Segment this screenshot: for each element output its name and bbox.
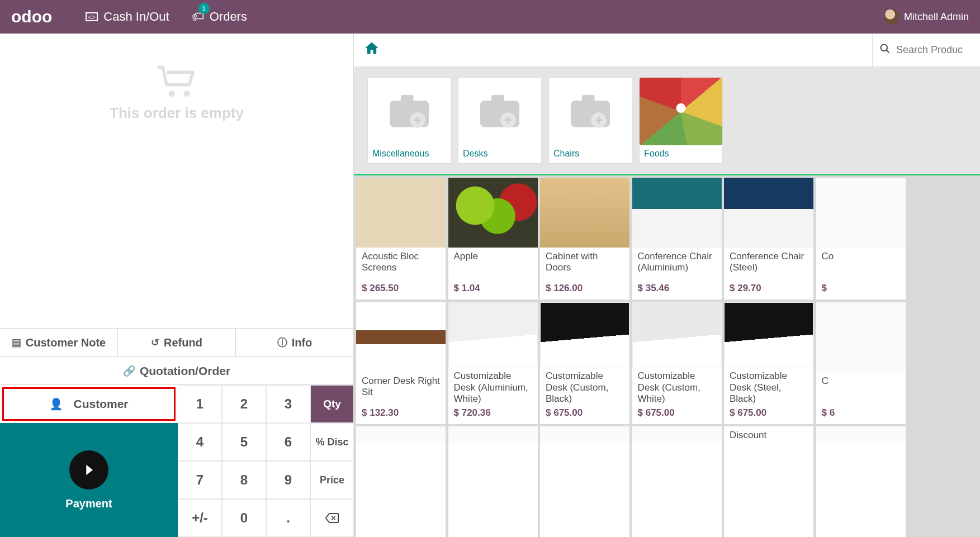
user-menu[interactable]: Mitchell Admin [884, 9, 969, 25]
product-price: $ 720.36 [448, 405, 538, 424]
numpad-6[interactable]: 6 [266, 423, 310, 461]
quotation-button[interactable]: 🔗 Quotation/Order [0, 357, 353, 385]
product-card[interactable]: C$ 6 [816, 302, 906, 424]
product-card[interactable]: Apple$ 1.04 [448, 178, 538, 300]
product-card[interactable]: Discount [724, 426, 813, 537]
refund-button[interactable]: ↺ Refund [118, 329, 236, 357]
info-label: Info [292, 336, 313, 349]
product-card[interactable]: Conference Chair (Aluminium)$ 35.46 [632, 178, 722, 300]
backspace-icon [325, 512, 339, 524]
category-label: Desks [458, 145, 541, 163]
cash-label: Cash In/Out [103, 9, 169, 24]
category-label: Miscellaneous [368, 145, 451, 163]
product-price: $ 265.50 [356, 281, 446, 300]
product-image [356, 302, 446, 372]
cash-icon [86, 12, 98, 21]
search-box[interactable] [872, 34, 970, 66]
product-name [540, 443, 629, 537]
product-card[interactable]: Co$ [816, 178, 906, 300]
svg-rect-10 [582, 95, 595, 102]
product-card[interactable]: Cabinet with Doors$ 126.00 [540, 178, 629, 300]
product-name: Customizable Desk (Custom, Black) [540, 367, 629, 405]
category-image [640, 78, 722, 145]
odoo-logo[interactable]: odoo [11, 7, 52, 26]
numpad-dot[interactable]: . [266, 499, 310, 537]
camera-placeholder-icon [568, 92, 613, 131]
product-card[interactable]: Acoustic Bloc Screens$ 265.50 [356, 178, 446, 300]
avatar [884, 9, 899, 25]
category-image [549, 78, 632, 145]
product-card[interactable] [632, 426, 722, 537]
category-foods[interactable]: Foods [639, 77, 723, 164]
product-card[interactable]: Customizable Desk (Aluminium, White)$ 72… [448, 302, 538, 424]
orders-icon-wrap: 🏷 1 [192, 9, 204, 24]
product-image [540, 426, 629, 443]
numpad-4[interactable]: 4 [178, 423, 222, 461]
search-input[interactable] [896, 44, 963, 56]
payment-label: Payment [65, 497, 112, 510]
category-desks[interactable]: Desks [458, 77, 542, 164]
product-price: $ 6 [816, 405, 906, 424]
product-image [816, 302, 906, 372]
category-image [458, 78, 541, 145]
note-icon: ▤ [12, 336, 21, 349]
numpad-2[interactable]: 2 [222, 385, 266, 423]
product-price: $ 126.00 [540, 281, 629, 300]
product-card[interactable]: Corner Desk Right Sit$ 132.30 [356, 302, 446, 424]
info-icon: ⓘ [277, 336, 287, 349]
product-image [632, 178, 722, 248]
product-image [632, 426, 722, 443]
category-chairs[interactable]: Chairs [548, 77, 632, 164]
numpad-qty[interactable]: Qty [310, 385, 354, 423]
product-name [632, 443, 722, 537]
numpad-9[interactable]: 9 [266, 461, 310, 499]
product-card[interactable]: Conference Chair (Steel)$ 29.70 [724, 178, 813, 300]
order-panel: This order is empty ▤ Customer Note ↺ Re… [0, 34, 354, 537]
home-icon [364, 41, 380, 55]
product-image [448, 426, 538, 443]
payment-arrow-icon [69, 450, 108, 490]
product-name [816, 443, 906, 537]
product-price: $ 675.00 [632, 405, 722, 424]
link-icon: 🔗 [123, 365, 135, 377]
customer-note-button[interactable]: ▤ Customer Note [0, 329, 118, 357]
numpad-7[interactable]: 7 [178, 461, 222, 499]
numpad-8[interactable]: 8 [222, 461, 266, 499]
product-image [724, 302, 813, 368]
numpad-disc[interactable]: % Disc [310, 423, 354, 461]
numpad-3[interactable]: 3 [266, 385, 310, 423]
product-card[interactable] [540, 426, 629, 537]
cash-in-out-button[interactable]: Cash In/Out [86, 9, 169, 24]
product-card[interactable]: Customizable Desk (Custom, Black)$ 675.0… [540, 302, 629, 424]
product-name: Conference Chair (Steel) [724, 248, 813, 281]
product-name: Cabinet with Doors [540, 248, 629, 281]
customer-button[interactable]: 👤 Customer [2, 387, 176, 421]
numpad-1[interactable]: 1 [178, 385, 222, 423]
product-card[interactable] [816, 426, 906, 537]
product-price: $ 675.00 [724, 405, 813, 424]
product-card[interactable] [356, 426, 446, 537]
product-price: $ 35.46 [632, 281, 722, 300]
order-empty: This order is empty [0, 34, 353, 328]
product-image [632, 302, 722, 368]
numpad-backspace[interactable] [310, 499, 354, 537]
payment-button[interactable]: Payment [0, 423, 178, 537]
product-card[interactable]: Customizable Desk (Custom, White)$ 675.0… [632, 302, 722, 424]
numpad-price[interactable]: Price [310, 461, 354, 499]
camera-placeholder-icon [477, 92, 522, 131]
product-card[interactable] [448, 426, 538, 537]
numpad-0[interactable]: 0 [222, 499, 266, 537]
svg-point-2 [881, 45, 888, 51]
category-miscellaneous[interactable]: Miscellaneous [367, 77, 451, 164]
numpad-sign[interactable]: +/- [178, 499, 222, 537]
quotation-label: Quotation/Order [140, 364, 230, 378]
numpad-5[interactable]: 5 [222, 423, 266, 461]
orders-button[interactable]: 🏷 1 Orders [192, 9, 247, 24]
home-button[interactable] [364, 41, 380, 59]
product-image [816, 178, 906, 248]
product-image [816, 426, 906, 443]
product-card[interactable]: Customizable Desk (Steel, Black)$ 675.00 [724, 302, 813, 424]
product-image [448, 302, 538, 368]
product-name: Customizable Desk (Steel, Black) [724, 367, 813, 405]
info-button[interactable]: ⓘ Info [236, 329, 353, 357]
